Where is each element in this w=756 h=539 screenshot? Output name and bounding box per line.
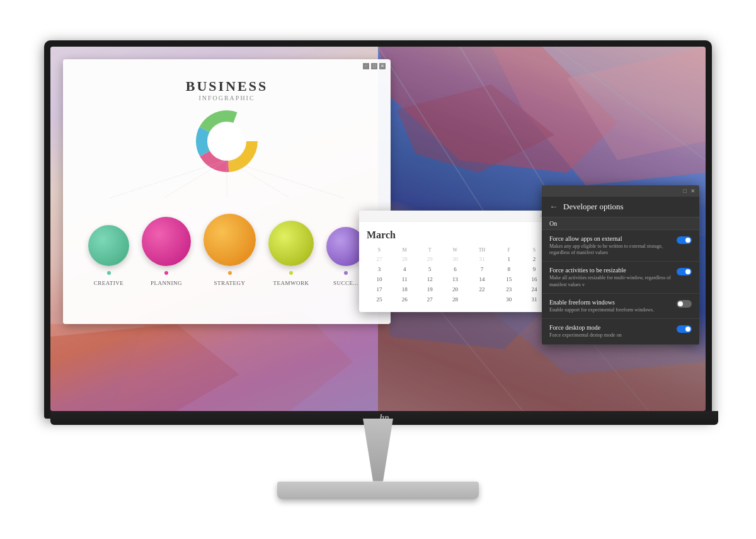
cal-day[interactable]: 27 <box>417 294 442 304</box>
day-header-s: S <box>367 246 392 254</box>
cal-day[interactable]: 13 <box>442 274 467 284</box>
circle-planning-ball <box>142 217 191 266</box>
cal-day[interactable]: 29 <box>417 254 442 264</box>
dev-status: On <box>542 217 699 230</box>
dev-back-button[interactable]: ← <box>549 202 558 212</box>
table-row: 25 26 27 28 30 31 <box>367 294 547 304</box>
day-header-f: F <box>496 246 522 254</box>
dev-maximize-button[interactable]: □ <box>684 188 687 194</box>
circles-row: CREATIVE PLANNING STRATEGY <box>76 214 378 286</box>
window-controls[interactable]: − □ ✕ <box>363 63 386 69</box>
cal-day[interactable]: 8 <box>496 264 522 274</box>
dev-setting-resizable-text: Force activities to be resizable Make al… <box>549 267 672 288</box>
label-creative: CREATIVE <box>94 280 124 286</box>
infographic-subtitle: INFOGRAPHIC <box>76 95 378 101</box>
circle-strategy: STRATEGY <box>203 214 256 286</box>
dot-planning <box>164 271 168 275</box>
developer-options-panel: □ ✕ ← Developer options On Force allow a… <box>542 185 699 345</box>
dev-close-button[interactable]: ✕ <box>690 188 696 194</box>
dev-toggle-external[interactable] <box>677 236 692 244</box>
calendar-panel: □ ✕ March S M T W TH F <box>359 211 554 312</box>
calendar-month: March <box>367 229 547 241</box>
dev-setting-freeform-text: Enable freeform windows Enable support f… <box>549 299 672 313</box>
cal-day[interactable]: 23 <box>496 284 522 294</box>
calendar-header-bar: □ ✕ <box>359 211 554 222</box>
cal-day[interactable]: 5 <box>417 264 442 274</box>
dot-success <box>344 271 348 275</box>
cal-day[interactable]: 31 <box>467 254 496 264</box>
minimize-button[interactable]: − <box>363 63 369 69</box>
cal-day[interactable]: 27 <box>367 254 392 264</box>
monitor: − □ ✕ BUSINESS INFOGRAPHIC <box>32 40 724 499</box>
close-button[interactable]: ✕ <box>379 63 386 69</box>
day-header-m: M <box>392 246 417 254</box>
circle-teamwork: TEAMWORK <box>268 221 314 286</box>
dev-toggle-resizable[interactable] <box>677 268 692 275</box>
table-row: 10 11 12 13 14 15 16 <box>367 274 547 284</box>
cal-day[interactable]: 17 <box>367 284 392 294</box>
cal-day[interactable]: 28 <box>392 254 417 264</box>
circle-teamwork-ball <box>268 221 314 266</box>
infographic-title: BUSINESS INFOGRAPHIC <box>76 78 378 101</box>
monitor-stand-base <box>277 482 479 499</box>
dev-setting-desktop-desc: Force experimental destop mode on <box>549 332 672 339</box>
dev-setting-desktop: Force desktop mode Force experimental de… <box>542 319 699 344</box>
cal-day[interactable]: 15 <box>496 274 522 284</box>
dev-setting-external-text: Force allow apps on external Makes any a… <box>549 235 672 257</box>
monitor-frame: − □ ✕ BUSINESS INFOGRAPHIC <box>44 40 712 419</box>
cal-day[interactable]: 12 <box>417 274 442 284</box>
dev-setting-desktop-text: Force desktop mode Force experimental de… <box>549 324 672 339</box>
dot-teamwork <box>289 271 293 275</box>
dev-setting-external: Force allow apps on external Makes any a… <box>542 230 699 262</box>
day-header-t: T <box>417 246 442 254</box>
cal-day[interactable]: 14 <box>467 274 496 284</box>
cal-day[interactable]: 3 <box>367 264 392 274</box>
cal-day[interactable]: 30 <box>496 294 522 304</box>
table-row: 27 28 29 30 31 1 2 <box>367 254 547 264</box>
dev-setting-freeform-title: Enable freeform windows <box>549 299 672 306</box>
cal-day[interactable]: 4 <box>392 264 417 274</box>
dev-toggle-freeform[interactable] <box>677 300 692 308</box>
donut-chart-container <box>76 107 378 176</box>
label-strategy: STRATEGY <box>214 280 245 286</box>
dev-setting-external-title: Force allow apps on external <box>549 235 672 242</box>
circle-strategy-ball <box>203 214 256 266</box>
calendar-grid: S M T W TH F S 27 <box>367 246 547 304</box>
dot-creative <box>107 271 111 275</box>
cal-day[interactable]: 6 <box>442 264 467 274</box>
table-row: 3 4 5 6 7 8 9 <box>367 264 547 274</box>
dev-panel-title: Developer options <box>563 202 624 212</box>
cal-day[interactable]: 11 <box>392 274 417 284</box>
infographic-panel: − □ ✕ BUSINESS INFOGRAPHIC <box>63 59 391 324</box>
dev-setting-resizable-desc: Make all activities resizable for multi-… <box>549 275 672 288</box>
label-planning: PLANNING <box>151 280 182 286</box>
dev-setting-desktop-title: Force desktop mode <box>549 324 672 331</box>
dev-toggle-desktop[interactable] <box>677 325 692 333</box>
cal-day[interactable]: 7 <box>467 264 496 274</box>
monitor-screen: − □ ✕ BUSINESS INFOGRAPHIC <box>50 47 706 411</box>
cal-day[interactable]: 10 <box>367 274 392 284</box>
circle-planning: PLANNING <box>142 217 191 286</box>
business-title: BUSINESS <box>76 78 378 95</box>
cal-day[interactable]: 28 <box>442 294 467 304</box>
maximize-button[interactable]: □ <box>371 63 377 69</box>
label-success: SUCCE... <box>333 280 358 286</box>
circle-creative-ball <box>88 225 129 266</box>
cal-day[interactable] <box>467 294 496 304</box>
cal-day[interactable]: 25 <box>367 294 392 304</box>
dev-setting-external-desc: Makes any app eligible to be written to … <box>549 243 672 257</box>
cal-day[interactable]: 18 <box>392 284 417 294</box>
cal-day[interactable]: 1 <box>496 254 522 264</box>
cal-day[interactable]: 26 <box>392 294 417 304</box>
day-header-w: W <box>442 246 467 254</box>
donut-chart <box>192 107 261 176</box>
cal-day[interactable]: 20 <box>442 284 467 294</box>
label-teamwork: TEAMWORK <box>273 280 309 286</box>
cal-day[interactable]: 30 <box>442 254 467 264</box>
cal-day[interactable]: 22 <box>467 284 496 294</box>
cal-day[interactable]: 19 <box>417 284 442 294</box>
dev-setting-freeform: Enable freeform windows Enable support f… <box>542 294 699 319</box>
dot-strategy <box>228 271 232 275</box>
monitor-stand-neck <box>353 419 403 482</box>
svg-point-21 <box>209 124 244 159</box>
